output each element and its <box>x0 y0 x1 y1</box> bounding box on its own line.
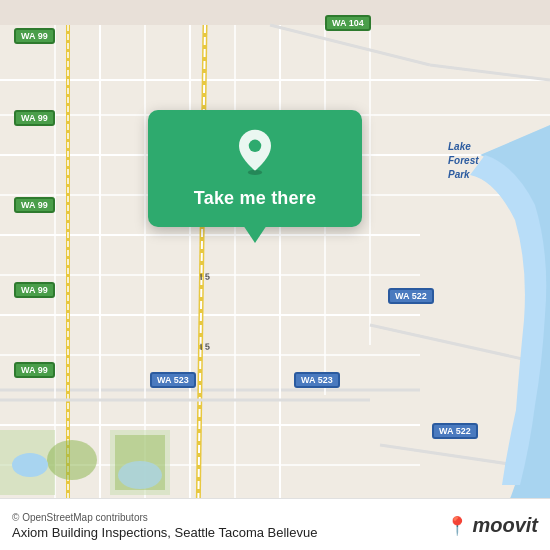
road-badge-wa522-1: WA 522 <box>388 288 434 304</box>
svg-point-35 <box>47 440 97 480</box>
moovit-pin-icon: 📍 <box>446 515 468 537</box>
svg-point-37 <box>12 453 48 477</box>
svg-text:I 5: I 5 <box>200 272 210 282</box>
road-badge-wa99-5: WA 99 <box>14 362 55 378</box>
take-me-there-button[interactable]: Take me there <box>194 186 316 211</box>
bottom-left: © OpenStreetMap contributors Axiom Build… <box>12 512 317 540</box>
road-badge-wa523-1: WA 523 <box>150 372 196 388</box>
map-background: I 5 I 5 I 5 <box>0 0 550 550</box>
road-badge-wa523-2: WA 523 <box>294 372 340 388</box>
osm-credit: © OpenStreetMap contributors <box>12 512 317 523</box>
road-badge-wa99-1: WA 99 <box>14 28 55 44</box>
road-badge-wa522-2: WA 522 <box>432 423 478 439</box>
lake-forest-park-label: LakeForestPark <box>448 140 479 182</box>
moovit-text: moovit <box>472 514 538 537</box>
location-name: Axiom Building Inspections, Seattle Taco… <box>12 525 317 540</box>
moovit-logo: 📍 moovit <box>446 514 538 537</box>
road-badge-wa99-3: WA 99 <box>14 197 55 213</box>
road-badge-wa104: WA 104 <box>325 15 371 31</box>
road-badge-wa99-4: WA 99 <box>14 282 55 298</box>
svg-point-40 <box>249 140 261 152</box>
map-container: I 5 I 5 I 5 WA 99 WA 104 WA 99 <box>0 0 550 550</box>
bottom-bar: © OpenStreetMap contributors Axiom Build… <box>0 498 550 550</box>
svg-point-38 <box>118 461 162 489</box>
road-badge-wa99-2: WA 99 <box>14 110 55 126</box>
location-card: Take me there <box>148 110 362 227</box>
svg-text:I 5: I 5 <box>200 342 210 352</box>
location-pin-icon <box>231 128 279 176</box>
